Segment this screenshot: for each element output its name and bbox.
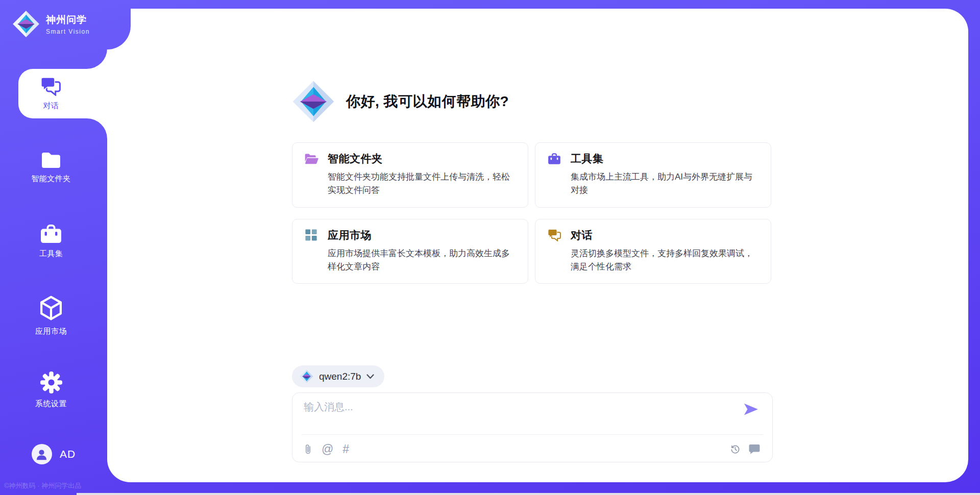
gear-icon — [40, 371, 63, 394]
attach-button[interactable] — [304, 443, 312, 455]
active-tab-curve-top — [87, 48, 107, 69]
composer-divider — [302, 434, 763, 435]
card-title: 智能文件夹 — [328, 152, 383, 166]
send-button[interactable] — [743, 402, 759, 416]
message-input[interactable] — [304, 400, 737, 429]
card-app-market[interactable]: 应用市场 应用市场提供丰富长文本模板，助力高效生成多样化文章内容 — [292, 219, 528, 284]
card-title: 对话 — [571, 228, 593, 242]
brand-name: 神州问学 — [46, 13, 90, 27]
card-description: 智能文件夹功能支持批量文件上传与清洗，轻松实现文件问答 — [328, 170, 516, 197]
folder-icon — [40, 152, 62, 169]
at-icon[interactable]: @ — [322, 443, 333, 455]
sidebar-item-label: 工具集 — [39, 249, 63, 259]
card-description: 灵活切换多模型文件，支持多样回复效果调试，满足个性化需求 — [571, 247, 758, 274]
app-root: { "colors": { "background_gradient_start… — [0, 0, 980, 495]
card-title: 工具集 — [571, 152, 604, 166]
sidebar-item-label: 应用市场 — [35, 327, 67, 336]
history-button[interactable] — [730, 444, 741, 455]
sidebar-item-toolset[interactable]: 工具集 — [0, 217, 102, 266]
avatar — [32, 444, 52, 464]
sidebar-item-label: 对话 — [43, 101, 59, 111]
active-tab-curve-bottom — [87, 118, 107, 139]
brand-logo-icon — [12, 10, 40, 38]
card-description: 集成市场上主流工具，助力AI与外界无缝扩展与对接 — [571, 170, 758, 197]
diamond-logo-icon — [300, 369, 313, 383]
model-selector[interactable]: qwen2:7b — [292, 365, 384, 387]
chevron-down-icon — [366, 374, 374, 379]
brand: 神州问学 Smart Vision — [12, 10, 90, 38]
brand-subtitle: Smart Vision — [46, 28, 90, 35]
user-initials: AD — [60, 448, 76, 460]
sidebar-item-chat[interactable]: 对话 — [0, 69, 102, 118]
sidebar-item-settings[interactable]: 系统设置 — [0, 365, 102, 414]
card-description: 应用市场提供丰富长文本模板，助力高效生成多样化文章内容 — [328, 247, 516, 274]
history-icon — [730, 444, 741, 455]
main-panel: 你好, 我可以如何帮助你? 智能文件夹 智能文件夹功能支持批量文件上传与清洗，轻… — [107, 9, 968, 482]
person-icon — [35, 448, 48, 461]
greeting-logo-icon — [292, 80, 335, 123]
cube-icon — [39, 295, 63, 321]
paperclip-icon — [304, 443, 312, 455]
toolbox-icon — [548, 153, 561, 165]
chat-bubble-icon — [749, 444, 760, 454]
send-icon — [743, 402, 759, 416]
greeting-title: 你好, 我可以如何帮助你? — [346, 92, 509, 111]
bottom-scrollbar[interactable] — [77, 493, 980, 495]
user-profile[interactable]: AD — [0, 444, 107, 464]
hash-icon[interactable]: # — [342, 443, 349, 455]
chat-icon — [548, 229, 561, 241]
card-title: 应用市场 — [328, 228, 372, 242]
message-input-box: @ # — [292, 392, 773, 462]
card-toolset[interactable]: 工具集 集成市场上主流工具，助力AI与外界无缝扩展与对接 — [535, 142, 771, 208]
toolbox-icon — [40, 225, 62, 244]
sidebar-item-app-market[interactable]: 应用市场 — [0, 291, 102, 340]
card-chat[interactable]: 对话 灵活切换多模型文件，支持多样回复效果调试，满足个性化需求 — [535, 219, 771, 284]
chat-icon — [41, 77, 61, 96]
card-smart-folder[interactable]: 智能文件夹 智能文件夹功能支持批量文件上传与清洗，轻松实现文件问答 — [292, 142, 528, 208]
model-name: qwen2:7b — [319, 371, 361, 382]
sidebar-item-smart-folder[interactable]: 智能文件夹 — [0, 143, 102, 192]
sidebar: 神州问学 Smart Vision 对话 智能文件夹 — [0, 0, 107, 495]
sidebar-footer: ©神州数码 · 神州问学出品 — [4, 481, 81, 490]
folder-open-icon — [305, 153, 318, 165]
greeting: 你好, 我可以如何帮助你? — [292, 80, 509, 123]
feature-cards: 智能文件夹 智能文件夹功能支持批量文件上传与清洗，轻松实现文件问答 工具集 集成… — [292, 142, 771, 284]
sidebar-item-label: 智能文件夹 — [31, 174, 71, 184]
sidebar-item-label: 系统设置 — [35, 399, 67, 409]
grid-icon — [305, 229, 318, 241]
feedback-button[interactable] — [749, 444, 760, 454]
